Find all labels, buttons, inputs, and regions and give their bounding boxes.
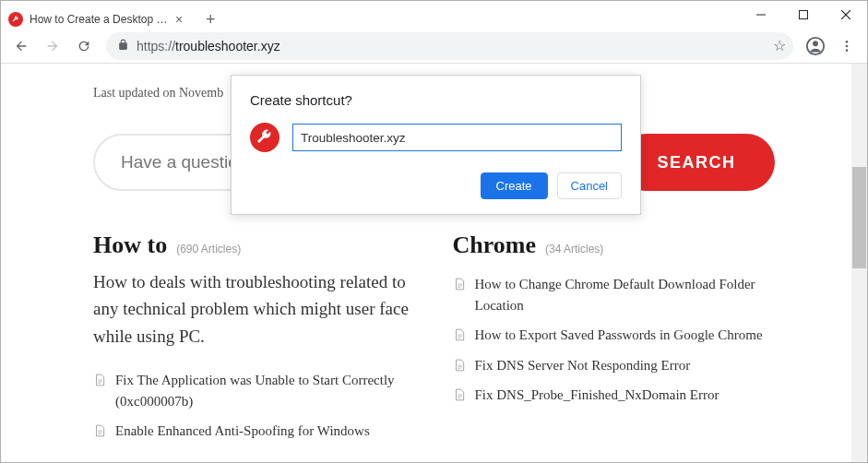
section-description: How to deals with troubleshooting relate…: [93, 268, 416, 350]
reload-button[interactable]: [69, 31, 99, 61]
document-icon: [93, 372, 106, 385]
minimize-button[interactable]: [740, 1, 782, 29]
address-bar[interactable]: https://troubleshooter.xyz ☆: [106, 32, 793, 60]
bookmark-star-icon[interactable]: ☆: [773, 37, 786, 54]
lock-icon: [117, 39, 129, 53]
wrench-icon: [8, 12, 23, 27]
svg-point-8: [846, 44, 849, 47]
forward-button[interactable]: [38, 31, 67, 61]
close-window-button[interactable]: [825, 1, 867, 29]
chrome-section: Chrome (34 Articles) How to Change Chrom…: [453, 232, 776, 451]
create-shortcut-dialog: Create shortcut? Create Cancel: [231, 75, 641, 215]
list-item[interactable]: How to Change Chrome Default Download Fo…: [453, 274, 776, 315]
section-title[interactable]: Chrome: [453, 232, 537, 259]
scrollbar-track[interactable]: [851, 64, 867, 462]
section-title[interactable]: How to: [93, 232, 167, 259]
svg-point-7: [846, 41, 849, 43]
list-item[interactable]: Fix The Application was Unable to Start …: [93, 370, 416, 411]
document-icon: [453, 276, 466, 289]
url-text: https://troubleshooter.xyz: [137, 39, 280, 53]
create-button[interactable]: Create: [481, 172, 548, 199]
list-item[interactable]: Fix DNS_Probe_Finished_NxDomain Error: [453, 385, 776, 406]
svg-point-6: [813, 41, 818, 46]
document-icon: [453, 357, 466, 370]
dialog-title: Create shortcut?: [250, 92, 622, 108]
list-item[interactable]: Enable Enhanced Anti-Spoofing for Window…: [93, 421, 416, 442]
profile-button[interactable]: [801, 31, 830, 61]
list-item[interactable]: Fix DNS Server Not Responding Error: [453, 355, 776, 376]
browser-tab[interactable]: How to Create a Desktop Shortcu ×: [1, 6, 192, 33]
document-icon: [453, 386, 466, 399]
toolbar: https://troubleshooter.xyz ☆: [1, 29, 867, 64]
wrench-icon: [250, 123, 279, 152]
tab-title: How to Create a Desktop Shortcu: [30, 13, 168, 26]
section-count: (34 Articles): [545, 243, 603, 255]
close-tab-icon[interactable]: ×: [175, 12, 183, 27]
list-item[interactable]: How to Export Saved Passwords in Google …: [453, 325, 776, 346]
titlebar: How to Create a Desktop Shortcu × +: [1, 1, 867, 29]
search-button[interactable]: SEARCH: [618, 134, 775, 191]
document-icon: [93, 422, 106, 435]
svg-rect-2: [800, 11, 808, 19]
howto-section: How to (690 Articles) How to deals with …: [93, 232, 416, 451]
new-tab-button[interactable]: +: [197, 6, 223, 32]
maximize-button[interactable]: [782, 1, 825, 29]
back-button[interactable]: [6, 31, 36, 61]
document-icon: [453, 326, 466, 339]
cancel-button[interactable]: Cancel: [557, 172, 622, 199]
scrollbar-thumb[interactable]: [852, 167, 866, 268]
shortcut-name-input[interactable]: [292, 124, 622, 151]
menu-button[interactable]: [832, 31, 862, 61]
section-count: (690 Articles): [176, 243, 241, 255]
svg-point-9: [846, 49, 849, 52]
